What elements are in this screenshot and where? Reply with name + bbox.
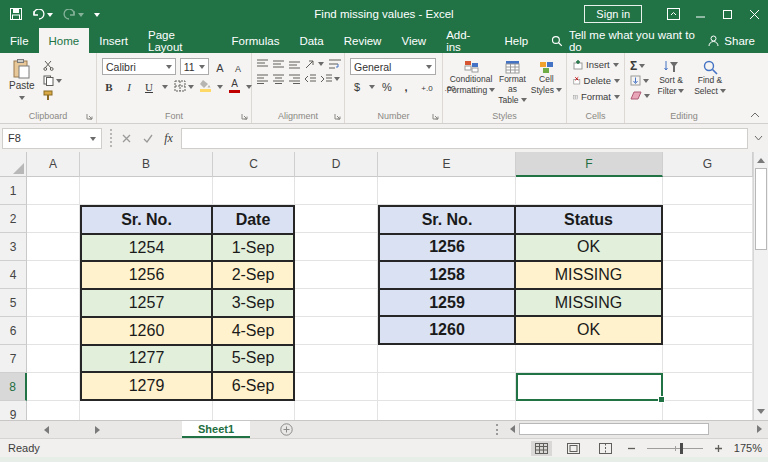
format-as-table-button[interactable]: Format as Table xyxy=(496,58,529,105)
copy-button[interactable] xyxy=(43,75,62,86)
cell-f5[interactable]: MISSING xyxy=(516,290,661,316)
redo-dropdown-caret[interactable] xyxy=(78,13,84,20)
page-break-preview-button[interactable] xyxy=(595,441,616,456)
cell-c8[interactable]: 6-Sep xyxy=(213,373,293,399)
cell-styles-button[interactable]: Cell Styles xyxy=(531,58,562,105)
customize-quick-access-button[interactable] xyxy=(94,9,100,20)
zoom-out-button[interactable] xyxy=(627,444,636,453)
tab-insert[interactable]: Insert xyxy=(89,28,138,53)
undo-dropdown-caret[interactable] xyxy=(47,13,53,20)
cell-c7[interactable]: 5-Sep xyxy=(213,346,293,372)
align-center-button[interactable] xyxy=(273,74,284,84)
formula-bar-splitter[interactable] xyxy=(102,129,112,147)
collapse-ribbon-button[interactable] xyxy=(750,112,760,118)
delete-cells-button[interactable]: Delete xyxy=(573,74,620,87)
clipboard-dialog-launcher[interactable] xyxy=(86,113,93,120)
clear-button[interactable] xyxy=(630,89,650,102)
tab-file[interactable]: File xyxy=(0,28,39,53)
undo-button[interactable] xyxy=(32,9,53,20)
sort-filter-button[interactable]: Sort & Filter xyxy=(653,58,689,102)
page-layout-view-button[interactable] xyxy=(563,441,584,456)
row-header-8[interactable]: 8 xyxy=(0,373,27,401)
zoom-level[interactable]: 175% xyxy=(734,442,762,454)
number-format-combo[interactable]: General xyxy=(350,58,436,75)
cell-f2[interactable]: Status xyxy=(516,207,661,233)
cell-b4[interactable]: 1256 xyxy=(82,262,211,288)
column-header-e[interactable]: E xyxy=(378,152,516,177)
underline-dropdown-caret[interactable] xyxy=(162,85,168,92)
next-sheet-button[interactable] xyxy=(93,421,104,438)
fill-handle[interactable] xyxy=(658,396,665,403)
cell-b7[interactable]: 1277 xyxy=(82,346,211,372)
row-header-9[interactable]: 9 xyxy=(0,401,27,420)
row-header-7[interactable]: 7 xyxy=(0,345,27,373)
font-name-combo[interactable]: Calibri xyxy=(102,58,176,75)
row-header-4[interactable]: 4 xyxy=(0,261,27,289)
cell-c4[interactable]: 2-Sep xyxy=(213,262,293,288)
paste-button[interactable]: Paste xyxy=(5,58,39,104)
cell-b8[interactable]: 1279 xyxy=(82,373,211,399)
save-button[interactable] xyxy=(10,8,22,20)
tab-data[interactable]: Data xyxy=(289,28,333,53)
vertical-scroll-thumb[interactable] xyxy=(755,168,767,250)
sheet-tab-sheet1[interactable]: Sheet1 xyxy=(182,421,250,438)
select-all-button[interactable] xyxy=(0,152,27,177)
cell-e4[interactable]: 1258 xyxy=(380,262,514,288)
align-left-button[interactable] xyxy=(257,74,268,84)
row-header-6[interactable]: 6 xyxy=(0,317,27,345)
font-color-button[interactable]: A xyxy=(229,79,240,93)
close-button[interactable] xyxy=(741,0,768,28)
wrap-text-button[interactable] xyxy=(329,59,341,69)
insert-function-button[interactable]: fx xyxy=(158,128,179,149)
sign-in-button[interactable]: Sign in xyxy=(584,5,642,23)
tab-help[interactable]: Help xyxy=(494,28,538,53)
scroll-up-button[interactable] xyxy=(754,152,768,167)
bottom-align-button[interactable] xyxy=(289,59,300,69)
orientation-button[interactable] xyxy=(305,58,324,69)
ribbon-display-options-button[interactable] xyxy=(660,0,687,28)
name-box[interactable]: F8 xyxy=(2,128,102,149)
column-header-f[interactable]: F xyxy=(516,152,663,177)
cell-e2[interactable]: Sr. No. xyxy=(380,207,514,233)
comma-style-button[interactable]: , xyxy=(399,79,413,93)
column-header-b[interactable]: B xyxy=(80,152,213,177)
borders-button[interactable] xyxy=(174,80,194,92)
cell-e6[interactable]: 1260 xyxy=(380,317,514,343)
cells-area[interactable]: Sr. No. Date 1254 1-Sep 1256 2-Sep 1257 … xyxy=(27,177,753,420)
new-sheet-button[interactable] xyxy=(280,423,293,436)
horizontal-scroll-thumb[interactable] xyxy=(519,423,709,435)
font-dialog-launcher[interactable] xyxy=(241,113,248,120)
cell-c2[interactable]: Date xyxy=(213,207,293,233)
vertical-scrollbar[interactable] xyxy=(753,152,768,420)
scroll-left-button[interactable] xyxy=(506,425,517,433)
paste-dropdown-caret[interactable] xyxy=(19,96,25,103)
cell-c3[interactable]: 1-Sep xyxy=(213,235,293,261)
copy-dropdown-caret[interactable] xyxy=(56,79,62,86)
cancel-entry-button[interactable] xyxy=(116,128,137,149)
column-header-g[interactable]: G xyxy=(663,152,753,177)
row-header-5[interactable]: 5 xyxy=(0,289,27,317)
tab-add-ins[interactable]: Add-ins xyxy=(436,28,494,53)
previous-sheet-button[interactable] xyxy=(40,421,51,438)
underline-button[interactable]: U xyxy=(142,79,156,93)
cell-f6[interactable]: OK xyxy=(516,317,661,343)
cell-f4[interactable]: MISSING xyxy=(516,262,661,288)
align-right-button[interactable] xyxy=(289,74,300,84)
increase-indent-button[interactable] xyxy=(321,73,340,84)
font-size-combo[interactable]: 11 xyxy=(180,58,209,75)
tab-scrollbar-splitter[interactable] xyxy=(496,424,500,435)
fill-color-button[interactable] xyxy=(200,80,211,92)
cell-f3[interactable]: OK xyxy=(516,235,661,261)
fill-button[interactable] xyxy=(630,74,650,87)
selected-cell-f8[interactable] xyxy=(516,373,663,401)
row-header-3[interactable]: 3 xyxy=(0,233,27,261)
share-button[interactable]: Share xyxy=(708,28,768,53)
format-painter-button[interactable] xyxy=(43,90,62,101)
cut-button[interactable] xyxy=(43,60,62,71)
tab-page-layout[interactable]: Page Layout xyxy=(138,28,221,53)
column-header-a[interactable]: A xyxy=(27,152,80,177)
alignment-dialog-launcher[interactable] xyxy=(334,113,341,120)
middle-align-button[interactable] xyxy=(273,59,284,69)
zoom-in-button[interactable] xyxy=(714,444,723,453)
bold-button[interactable]: B xyxy=(102,79,116,93)
